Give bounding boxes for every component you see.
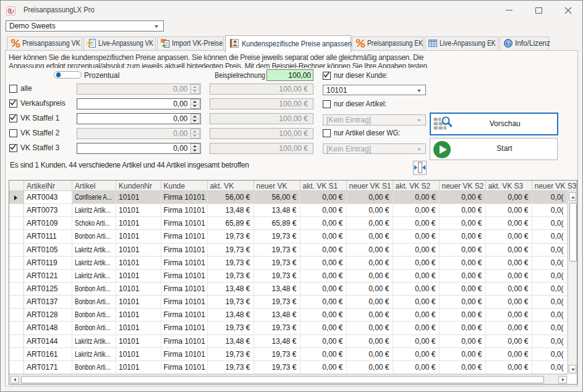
svg-text:?: ? [507, 40, 510, 46]
